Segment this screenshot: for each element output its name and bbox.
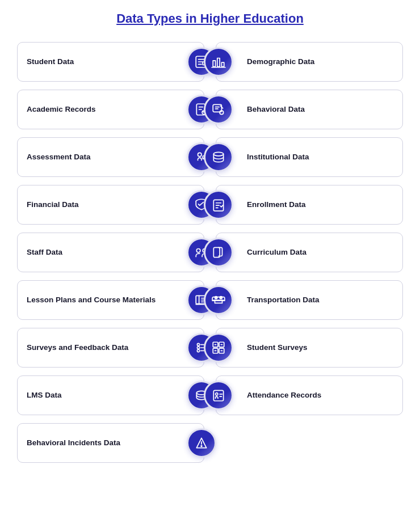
svg-point-20: [197, 343, 199, 345]
card-curriculum-data: Curriculum Data: [216, 233, 403, 272]
svg-point-30: [201, 446, 202, 447]
card-lms-data: LMS Data: [17, 375, 204, 415]
card-label-student-surveys: Student Surveys: [225, 343, 394, 353]
card-transportation-data: Transportation Data: [216, 280, 403, 320]
card-label-institutional-data: Institutional Data: [225, 152, 394, 163]
svg-point-9: [198, 153, 202, 157]
card-enrollment-data: Enrollment Data: [216, 185, 403, 225]
card-institutional-data: Institutional Data: [216, 137, 403, 177]
card-label-behavioral-incidents: Behavioral Incidents Data: [27, 438, 195, 449]
card-label-academic-records: Academic Records: [27, 104, 195, 115]
data-grid: Student Data Demographic Data Academic R…: [17, 42, 403, 463]
card-academic-records: Academic Records: [17, 90, 204, 129]
page-title: Data Types in Higher Education: [17, 11, 403, 26]
svg-point-21: [197, 347, 199, 349]
card-lesson-plans: Lesson Plans and Course Materials: [17, 280, 204, 320]
card-label-curriculum-data: Curriculum Data: [225, 247, 394, 258]
icon-curriculum-data: [204, 238, 233, 267]
svg-point-13: [196, 249, 200, 253]
card-behavioral-incidents: Behavioral Incidents Data: [17, 423, 204, 463]
card-demographic-data: Demographic Data: [216, 42, 403, 82]
icon-enrollment-data: [204, 190, 233, 219]
card-label-enrollment-data: Enrollment Data: [225, 200, 394, 210]
svg-point-19: [220, 297, 221, 298]
card-surveys: Surveys and Feedback Data: [17, 328, 204, 368]
icon-attendance-records: [204, 381, 233, 410]
card-label-student-data: Student Data: [27, 57, 195, 67]
icon-institutional-data: [204, 142, 233, 172]
svg-point-29: [216, 393, 218, 395]
card-behavioral-data: Behavioral Data: [216, 90, 403, 129]
card-student-surveys: Student Surveys: [216, 328, 403, 368]
icon-student-surveys: [204, 333, 233, 362]
svg-point-22: [197, 349, 199, 352]
svg-point-11: [213, 152, 223, 156]
card-label-staff-data: Staff Data: [27, 247, 195, 258]
svg-rect-28: [213, 390, 223, 400]
card-label-surveys: Surveys and Feedback Data: [27, 343, 195, 353]
card-label-demographic-data: Demographic Data: [225, 57, 394, 67]
icon-transportation-data: [204, 285, 233, 315]
card-label-financial-data: Financial Data: [27, 200, 195, 210]
icon-demographic-data: [204, 47, 233, 77]
card-label-behavioral-data: Behavioral Data: [225, 104, 394, 115]
icon-behavioral-data: [204, 95, 233, 124]
svg-rect-2: [213, 61, 215, 67]
card-attendance-records: Attendance Records: [216, 375, 403, 415]
card-student-data: Student Data: [17, 42, 204, 82]
card-label-transportation-data: Transportation Data: [225, 295, 394, 306]
card-assessment-data: Assessment Data: [17, 137, 204, 177]
card-label-lms-data: LMS Data: [27, 390, 195, 401]
card-financial-data: Financial Data: [17, 185, 204, 225]
card-staff-data: Staff Data: [17, 233, 204, 272]
svg-point-18: [216, 297, 217, 298]
card-label-lesson-plans: Lesson Plans and Course Materials: [27, 295, 195, 306]
card-label-assessment-data: Assessment Data: [27, 152, 195, 163]
svg-rect-3: [217, 58, 220, 67]
icon-behavioral-incidents: [187, 428, 216, 458]
card-label-attendance-records: Attendance Records: [225, 390, 394, 401]
svg-rect-4: [221, 62, 224, 67]
